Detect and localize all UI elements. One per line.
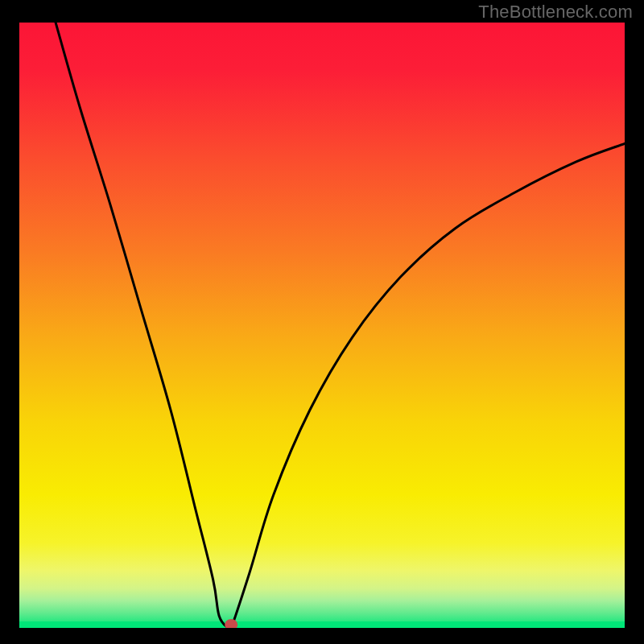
chart-background [19, 23, 625, 628]
watermark-label: TheBottleneck.com [478, 2, 633, 23]
chart-frame: TheBottleneck.com [0, 0, 644, 644]
chart-plot [19, 23, 625, 628]
chart-bottom-band [19, 621, 625, 628]
